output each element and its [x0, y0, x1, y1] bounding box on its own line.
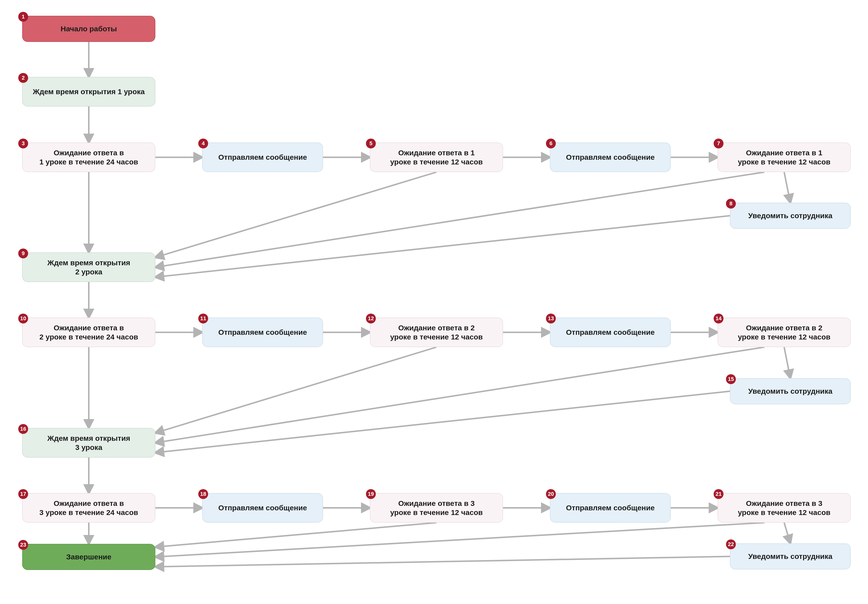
node-label: Ждем время открытия 1 урока [33, 87, 145, 96]
node-4: 4Отправляем сообщение [202, 142, 323, 172]
node-badge: 8 [726, 199, 736, 209]
node-label: Отправляем сообщение [218, 503, 307, 513]
node-label: Уведомить сотрудника [748, 552, 832, 561]
node-13: 13Отправляем сообщение [550, 317, 671, 347]
node-label: Ждем время открытия 3 урока [47, 434, 130, 452]
node-21: 21Ожидание ответа в 3 уроке в течение 12… [718, 493, 851, 523]
node-badge: 13 [546, 314, 556, 324]
node-label: Отправляем сообщение [218, 328, 307, 337]
node-badge: 19 [366, 489, 376, 499]
node-badge: 17 [18, 489, 28, 499]
node-badge: 15 [726, 374, 736, 384]
node-18: 18Отправляем сообщение [202, 493, 323, 523]
node-badge: 3 [18, 139, 28, 149]
node-label: Ожидание ответа в 3 уроке в течение 12 ч… [390, 499, 482, 517]
node-19: 19Ожидание ответа в 3 уроке в течение 12… [370, 493, 503, 523]
edge-21-22 [784, 523, 790, 544]
node-label: Ожидание ответа в 3 уроке в течение 12 ч… [738, 499, 830, 517]
node-label: Ожидание ответа в 1 уроке в течение 12 ч… [390, 148, 482, 167]
node-label: Завершение [66, 552, 111, 562]
node-label: Отправляем сообщение [566, 328, 655, 337]
edge-14-15 [784, 347, 790, 378]
node-badge: 18 [198, 489, 208, 499]
edge-7-8 [784, 172, 790, 203]
node-10: 10Ожидание ответа в 2 уроке в течение 24… [22, 317, 155, 347]
node-11: 11Отправляем сообщение [202, 317, 323, 347]
node-7: 7Ожидание ответа в 1 уроке в течение 12 … [718, 142, 851, 172]
node-badge: 12 [366, 314, 376, 324]
edge-5-9 [155, 172, 437, 257]
node-label: Ожидание ответа в 3 уроке в течение 24 ч… [39, 499, 138, 517]
node-label: Начало работы [60, 24, 117, 34]
node-15: 15Уведомить сотрудника [730, 378, 851, 404]
flow-diagram: 1Начало работы2Ждем время открытия 1 уро… [0, 0, 868, 604]
node-17: 17Ожидание ответа в 3 уроке в течение 24… [22, 493, 155, 523]
edge-22-23 [155, 556, 730, 567]
node-badge: 4 [198, 139, 208, 149]
node-label: Ожидание ответа в 2 уроке в течение 12 ч… [738, 323, 830, 342]
node-badge: 16 [18, 424, 28, 434]
node-22: 22Уведомить сотрудника [730, 544, 851, 570]
node-badge: 2 [18, 73, 28, 83]
node-badge: 7 [714, 139, 724, 149]
node-badge: 5 [366, 139, 376, 149]
node-label: Уведомить сотрудника [748, 211, 832, 220]
node-badge: 9 [18, 248, 28, 259]
node-9: 9Ждем время открытия 2 урока [22, 252, 155, 282]
node-label: Ожидание ответа в 1 уроке в течение 12 ч… [738, 148, 830, 167]
edge-21-23 [155, 523, 764, 557]
edge-8-9 [155, 216, 730, 277]
node-label: Ожидание ответа в 2 уроке в течение 24 ч… [39, 323, 138, 342]
node-2: 2Ждем время открытия 1 урока [22, 77, 155, 107]
node-badge: 11 [198, 314, 208, 324]
node-label: Ожидание ответа в 1 уроке в течение 24 ч… [39, 148, 138, 167]
node-badge: 21 [714, 489, 724, 499]
node-badge: 6 [546, 139, 556, 149]
node-label: Ждем время открытия 2 урока [47, 258, 130, 277]
node-8: 8Уведомить сотрудника [730, 203, 851, 229]
edge-19-23 [155, 523, 437, 547]
node-badge: 1 [18, 12, 28, 22]
node-label: Отправляем сообщение [218, 153, 307, 162]
node-badge: 22 [726, 539, 736, 549]
node-16: 16Ждем время открытия 3 урока [22, 428, 155, 458]
node-23: 23Завершение [22, 544, 155, 570]
edge-12-16 [155, 347, 437, 433]
node-12: 12Ожидание ответа в 2 уроке в течение 12… [370, 317, 503, 347]
node-5: 5Ожидание ответа в 1 уроке в течение 12 … [370, 142, 503, 172]
node-20: 20Отправляем сообщение [550, 493, 671, 523]
node-14: 14Ожидание ответа в 2 уроке в течение 12… [718, 317, 851, 347]
node-badge: 20 [546, 489, 556, 499]
node-badge: 10 [18, 314, 28, 324]
node-1: 1Начало работы [22, 16, 155, 42]
edge-7-9 [155, 172, 764, 267]
node-label: Отправляем сообщение [566, 503, 655, 513]
edge-15-16 [155, 391, 730, 453]
node-6: 6Отправляем сообщение [550, 142, 671, 172]
node-label: Уведомить сотрудника [748, 387, 832, 396]
node-3: 3Ожидание ответа в 1 уроке в течение 24 … [22, 142, 155, 172]
node-badge: 23 [18, 540, 28, 550]
node-label: Отправляем сообщение [566, 153, 655, 162]
node-label: Ожидание ответа в 2 уроке в течение 12 ч… [390, 323, 482, 342]
node-badge: 14 [714, 314, 724, 324]
edge-14-16 [155, 347, 764, 443]
